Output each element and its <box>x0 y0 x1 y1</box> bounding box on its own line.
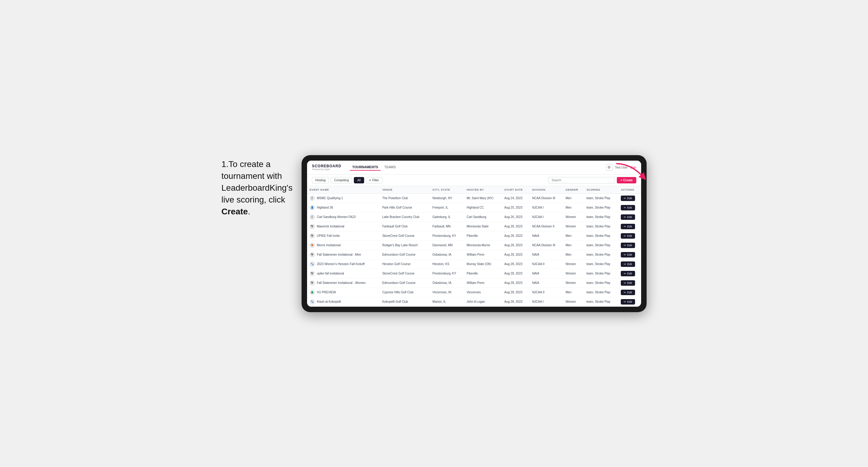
actions-cell: ✏ Edit <box>618 250 641 259</box>
table-row: 🏌 MSMC Qualifying 1 The Powelton Club Ne… <box>307 193 641 203</box>
pencil-icon: ✏ <box>624 272 626 275</box>
col-start-date: START DATE <box>502 186 530 194</box>
division-cell: NCAA Division III <box>530 193 563 203</box>
pencil-icon: ✏ <box>624 206 626 209</box>
table-row: 🦅 Fall Statesmen Invitational - Women Ed… <box>307 278 641 287</box>
event-name: VU PREVIEW <box>317 290 336 294</box>
pencil-icon: ✏ <box>624 263 626 266</box>
event-name: Carl Sandburg Women FA23 <box>317 215 355 219</box>
col-scoring: SCORING <box>584 186 618 194</box>
team-logo: 🦅 <box>309 280 315 286</box>
division-cell: NJCAA I <box>530 203 563 212</box>
scoring-cell: team, Stroke Play <box>584 259 618 269</box>
gender-cell: Women <box>563 297 584 306</box>
event-name: upike fall invitational <box>317 272 344 275</box>
edit-button[interactable]: ✏ Edit <box>621 214 635 220</box>
scoring-cell: team, Stroke Play <box>584 212 618 222</box>
gender-cell: Men <box>563 241 584 250</box>
event-name-cell: 🏌 Carl Sandburg Women FA23 <box>307 212 380 222</box>
gender-cell: Women <box>563 212 584 222</box>
event-name: 2023 Women's Hesston Fall Kickoff <box>317 262 365 266</box>
actions-cell: ✏ Edit <box>618 231 641 241</box>
hosted-by-cell: Carl Sandburg <box>464 212 502 222</box>
hosted-by-cell: William Penn <box>464 278 502 287</box>
start-date-cell: Aug 28, 2023 <box>502 241 530 250</box>
edit-button[interactable]: ✏ Edit <box>621 261 635 267</box>
table-row: 🌲 VU PREVIEW Cypress Hills Golf Club Vin… <box>307 287 641 297</box>
edit-button[interactable]: ✏ Edit <box>621 224 635 229</box>
team-logo: 👤 <box>309 205 315 211</box>
division-cell: NAIA <box>530 269 563 278</box>
division-cell: NCAA Division II <box>530 222 563 231</box>
venue-cell: Kokopelli Golf Club <box>380 297 430 306</box>
edit-button[interactable]: ✏ Edit <box>621 299 635 305</box>
nav-tournaments[interactable]: TOURNAMENTS <box>350 164 380 170</box>
venue-cell: StoneCrest Golf Course <box>380 231 430 241</box>
search-input[interactable] <box>548 177 615 183</box>
event-name-cell: 🦅 Fall Statesmen Invitational - Women <box>307 278 380 287</box>
edit-button[interactable]: ✏ Edit <box>621 290 635 295</box>
create-button[interactable]: + Create <box>617 177 636 183</box>
city-state-cell: Freeport, IL <box>430 203 464 212</box>
edit-button[interactable]: ✏ Edit <box>621 195 635 201</box>
nav-right: ⚙ Test User Sign <box>606 164 636 170</box>
start-date-cell: Aug 28, 2023 <box>502 222 530 231</box>
edit-button[interactable]: ✏ Edit <box>621 205 635 211</box>
team-logo: 🦊 <box>309 243 315 248</box>
city-state-cell: Hesston, KS <box>430 259 464 269</box>
gender-cell: Men <box>563 203 584 212</box>
edit-button[interactable]: ✏ Edit <box>621 271 635 276</box>
hosting-button[interactable]: Hosting <box>312 177 329 183</box>
edit-button[interactable]: ✏ Edit <box>621 252 635 257</box>
team-logo: 🦅 <box>309 224 315 229</box>
actions-cell: ✏ Edit <box>618 203 641 212</box>
col-event-name: EVENT NAME <box>307 186 380 194</box>
filter-button[interactable]: ≡ Filter <box>366 177 382 183</box>
event-name-cell: 👤 Highland 36 <box>307 203 380 212</box>
start-date-cell: Aug 28, 2023 <box>502 259 530 269</box>
logo-title: SCOREBOARD <box>312 164 341 168</box>
venue-cell: Edmundson Golf Course <box>380 278 430 287</box>
logo-area: SCOREBOARD Powered by Clippit <box>312 164 341 170</box>
venue-cell: Cypress Hills Golf Club <box>380 287 430 297</box>
table-row: 👤 Highland 36 Park Hills Golf Course Fre… <box>307 203 641 212</box>
events-table: EVENT NAME VENUE CITY, STATE HOSTED BY S… <box>307 186 641 307</box>
event-name-cell: 🦅 UPIKE Fall Invite <box>307 231 380 241</box>
table-row: 🏌 Carl Sandburg Women FA23 Lake Bracken … <box>307 212 641 222</box>
sign-button[interactable]: Sign <box>630 166 636 169</box>
nav-teams[interactable]: TEAMS <box>382 164 398 170</box>
start-date-cell: Aug 24, 2023 <box>502 193 530 203</box>
all-button[interactable]: All <box>354 177 364 183</box>
team-logo: 🦅 <box>309 233 315 239</box>
col-division: DIVISION <box>530 186 563 194</box>
event-name-cell: 🌲 VU PREVIEW <box>307 287 380 297</box>
actions-cell: ✏ Edit <box>618 259 641 269</box>
settings-icon[interactable]: ⚙ <box>606 164 613 170</box>
hosted-by-cell: Minnesota State <box>464 222 502 231</box>
event-name-cell: 🐾 Klash at Kokopelli <box>307 297 380 306</box>
venue-cell: Ruttger's Bay Lake Resort <box>380 241 430 250</box>
division-cell: NJCAA I <box>530 297 563 306</box>
start-date-cell: Aug 28, 2023 <box>502 269 530 278</box>
city-state-cell: Oskaloosa, IA <box>430 278 464 287</box>
division-cell: NAIA <box>530 250 563 259</box>
actions-cell: ✏ Edit <box>618 193 641 203</box>
venue-cell: Hesston Golf Course <box>380 259 430 269</box>
team-logo: 🐾 <box>309 299 315 305</box>
scoring-cell: team, Stroke Play <box>584 278 618 287</box>
team-logo: 🦅 <box>309 252 315 257</box>
edit-button[interactable]: ✏ Edit <box>621 243 635 248</box>
team-logo: 🦅 <box>309 271 315 276</box>
start-date-cell: Aug 28, 2023 <box>502 231 530 241</box>
pencil-icon: ✏ <box>624 281 626 284</box>
event-name: Fall Statesmen Invitational - Men <box>317 253 361 256</box>
competing-button[interactable]: Competing <box>331 177 352 183</box>
col-venue: VENUE <box>380 186 430 194</box>
edit-button[interactable]: ✏ Edit <box>621 233 635 239</box>
hosted-by-cell: Pikeville <box>464 231 502 241</box>
event-name: Fall Statesmen Invitational - Women <box>317 281 365 284</box>
start-date-cell: Aug 26, 2023 <box>502 212 530 222</box>
gender-cell: Men <box>563 231 584 241</box>
edit-button[interactable]: ✏ Edit <box>621 280 635 286</box>
start-date-cell: Aug 28, 2023 <box>502 287 530 297</box>
